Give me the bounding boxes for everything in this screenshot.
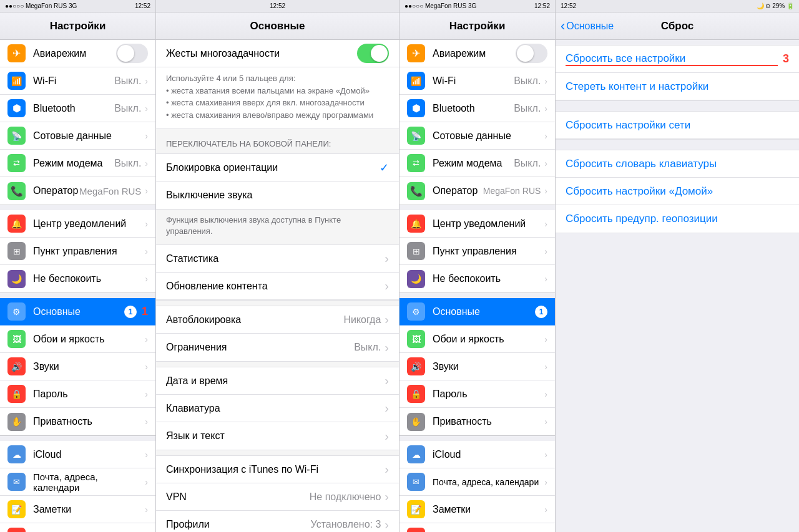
p3-arrow-mail: › [544,477,547,487]
row-icloud[interactable]: ☁ iCloud › [0,441,155,468]
group-connectivity: ✈ Авиарежим 📶 Wi-Fi Выкл. › [0,40,155,205]
reset-options-3: Сбросить словарь клавиатуры Сбросить нас… [556,150,799,233]
p3-row-cellular[interactable]: 📡 Сотовые данные › [400,122,555,150]
p3-label-operator: Оператор [433,185,483,196]
row-airplane[interactable]: ✈ Авиарежим [0,40,155,67]
p3-row-passcode[interactable]: 🔒 Пароль › [400,380,555,408]
p3-row-sounds[interactable]: 🔊 Звуки › [400,353,555,380]
row-sounds[interactable]: 🔊 Звуки › [0,353,155,380]
status-bar-2: 12:52 [156,0,400,12]
arrow-dnd: › [145,274,148,284]
row-wifi[interactable]: 📶 Wi-Fi Выкл. › [0,67,155,95]
p3-arrow-dnd: › [544,274,547,284]
p3-icon-mail: ✉ [407,473,425,491]
p3-row-icloud[interactable]: ☁ iCloud › [400,441,555,468]
status-bars: ●●○○○ MegaFon RUS 3G 12:52 12:52 ●●○○○ M… [0,0,799,12]
row-hotspot[interactable]: ⇄ Режим модема Выкл. › [0,150,155,177]
row-reset-all[interactable]: Сбросить все настройки 3 [556,46,799,73]
p3-row-control[interactable]: ⊞ Пункт управления › [400,238,555,265]
row-general[interactable]: ⚙ Основные 1 1 [0,298,155,326]
p3-arrow-sounds: › [544,362,547,372]
row-wallpaper[interactable]: 🖼 Обои и яркость › [0,326,155,353]
row-passcode[interactable]: 🔒 Пароль › [0,380,155,408]
row-update[interactable]: Обновление контента › [156,273,399,300]
row-reset-network[interactable]: Сбросить настройки сети [556,112,799,139]
label-notes: Заметки [33,504,145,515]
icon-icloud: ☁ [7,445,26,463]
panel4-title: Сброс [661,20,694,32]
p3-row-general[interactable]: ⚙ Основные 1 [400,298,555,326]
row-profiles[interactable]: Профили Установлено: 3 › [156,511,399,532]
row-reset-location[interactable]: Сбросить предупр. геопозиции [556,205,799,233]
gesture-label: Жесты многозадачности [166,48,357,59]
p3-row-notif[interactable]: 🔔 Центр уведомлений › [400,210,555,238]
menu-group: Статистика › Обновление контента › [156,244,399,301]
toggle-gesture[interactable] [357,44,389,63]
arrow-notif: › [145,219,148,229]
p3-value-hotspot: Выкл. [514,158,541,169]
row-restrictions[interactable]: Ограничения Выкл. › [156,334,399,361]
back-button[interactable]: ‹ Основные [561,18,614,34]
p3-row-mail[interactable]: ✉ Почта, адреса, календари › [400,468,555,496]
icon-notif: 🔔 [7,215,26,233]
panel4-content: Сбросить все настройки 3 Стереть контент… [556,40,799,532]
p3-label-dnd: Не беспокоить [433,273,544,284]
row-reset-home[interactable]: Сбросить настройки «Домой» [556,178,799,205]
p3-row-airplane[interactable]: ✈ Авиарежим [400,40,555,67]
row-dnd[interactable]: 🌙 Не беспокоить › [0,265,155,293]
row-erase[interactable]: Стереть контент и настройки [556,73,799,100]
row-cellular[interactable]: 📡 Сотовые данные › [0,122,155,150]
p3-row-bluetooth[interactable]: ⬢ Bluetooth Выкл. › [400,95,555,122]
row-reset-keyboard[interactable]: Сбросить словарь клавиатуры [556,150,799,178]
row-control[interactable]: ⊞ Пункт управления › [0,238,155,265]
row-mute[interactable]: Выключение звука [156,181,399,209]
p3-row-hotspot[interactable]: ⇄ Режим модема Выкл. › [400,150,555,177]
menu-group4: Синхронизация с iTunes по Wi-Fi › VPN Не… [156,455,399,532]
p3-icon-bluetooth: ⬢ [407,99,425,117]
row-datetime[interactable]: Дата и время › [156,367,399,395]
row-bluetooth[interactable]: ⬢ Bluetooth Выкл. › [0,95,155,122]
row-stats[interactable]: Статистика › [156,245,399,273]
row-vpn[interactable]: VPN Не подключено › [156,483,399,511]
row-language[interactable]: Язык и текст › [156,422,399,450]
group-notifications: 🔔 Центр уведомлений › ⊞ Пункт управления… [0,210,155,293]
p3-row-privacy[interactable]: ✋ Приватность › [400,408,555,435]
toggle-airplane[interactable] [116,44,148,63]
p3-row-dnd[interactable]: 🌙 Не беспокоить › [400,265,555,293]
row-keyboard[interactable]: Клавиатура › [156,395,399,422]
p3-row-operator[interactable]: 📞 Оператор MegaFon RUS › [400,177,555,205]
p3-value-bluetooth: Выкл. [514,103,541,114]
back-label: Основные [566,21,614,32]
row-operator[interactable]: 📞 Оператор MegaFon RUS › [0,177,155,205]
row-orientation[interactable]: Блокировка ориентации ✓ [156,154,399,181]
p3-row-notes[interactable]: 📝 Заметки › [400,496,555,523]
p3-label-hotspot: Режим модема [433,158,514,169]
panel4-navbar: ‹ Основные Сброс [556,12,799,40]
label-orientation: Блокировка ориентации [166,162,380,173]
p3-arrow-hotspot: › [544,158,547,168]
p3-row-wallpaper[interactable]: 🖼 Обои и яркость › [400,326,555,353]
row-notif[interactable]: 🔔 Центр уведомлений › [0,210,155,238]
label-sounds: Звуки [33,361,145,372]
row-privacy[interactable]: ✋ Приватность › [0,408,155,435]
time-4: 12:52 [561,2,576,9]
p3-arrow-notif: › [544,219,547,229]
row-mail[interactable]: ✉ Почта, адреса, календари › [0,468,155,496]
icon-mail: ✉ [7,473,26,491]
p3-arrow-wallpaper: › [544,334,547,344]
gesture-row[interactable]: Жесты многозадачности [156,40,399,67]
icon-operator: 📞 [7,182,26,200]
row-notes[interactable]: 📝 Заметки › [0,496,155,523]
value-hotspot: Выкл. [114,158,141,169]
arrow-icloud: › [145,450,148,460]
row-autolock[interactable]: Автоблокировка Никогда › [156,306,399,334]
badge-general: 1 [124,306,137,318]
p3-row-wifi[interactable]: 📶 Wi-Fi Выкл. › [400,67,555,95]
status-bar-3: ●●○○○ MegaFon RUS 3G 12:52 [400,0,556,12]
p3-toggle-airplane[interactable] [516,44,547,63]
row-itunes-sync[interactable]: Синхронизация с iTunes по Wi-Fi › [156,456,399,483]
p3-group4: ☁ iCloud › ✉ Почта, адреса, календари › … [400,441,555,532]
icon-wallpaper: 🖼 [7,330,26,348]
p3-row-reminders[interactable]: ⏰ Напоминания › [400,523,555,532]
row-reminders[interactable]: ⏰ Напоминания › [0,523,155,532]
